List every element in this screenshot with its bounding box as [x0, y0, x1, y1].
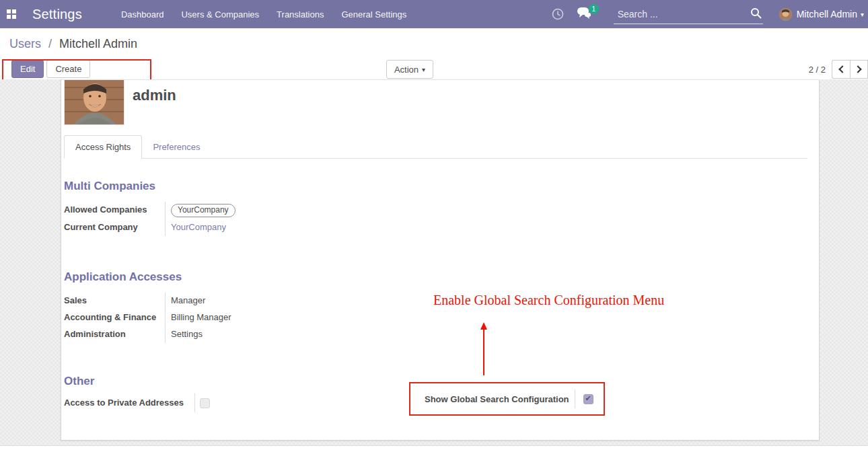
accounting-finance-value: Billing Manager: [165, 309, 231, 326]
application-accesses-group: Sales Manager Accounting & Finance Billi…: [64, 293, 231, 343]
private-addresses-checkbox[interactable]: [200, 398, 210, 408]
messages-icon[interactable]: 1: [576, 5, 596, 23]
search-icon[interactable]: [750, 7, 762, 22]
app-title[interactable]: Settings: [32, 7, 82, 22]
annotation-text: Enable Global Search Configuration Menu: [433, 293, 664, 308]
form-sheet: admin Access Rights Preferences Multi Co…: [61, 79, 820, 441]
section-heading-application-accesses: Application Accesses: [64, 270, 182, 284]
breadcrumb-current: Mitchell Admin: [59, 37, 137, 50]
notebook-tabs: Access Rights Preferences: [64, 135, 807, 159]
tab-preferences[interactable]: Preferences: [142, 136, 211, 158]
user-menu-label: Mitchell Admin: [797, 9, 857, 20]
global-search: [614, 4, 763, 24]
create-button[interactable]: Create: [46, 60, 90, 78]
private-addresses-row: Access to Private Addresses: [64, 393, 210, 412]
tab-access-rights[interactable]: Access Rights: [64, 135, 142, 159]
breadcrumb-separator: /: [48, 37, 52, 50]
menu-item-users-companies[interactable]: Users & Companies: [180, 7, 260, 22]
section-heading-other: Other: [64, 375, 94, 388]
administration-value: Settings: [165, 326, 231, 343]
current-company-link[interactable]: YourCompany: [171, 222, 226, 232]
breadcrumb: Users / Mitchell Admin: [9, 37, 137, 51]
chevron-left-icon: [838, 65, 846, 73]
user-avatar: [779, 8, 792, 21]
chevron-down-icon: ▾: [861, 11, 864, 18]
allowed-companies-label: Allowed Companies: [64, 202, 165, 219]
screen: Settings Dashboard Users & Companies Tra…: [0, 0, 868, 450]
accounting-finance-label: Accounting & Finance: [64, 309, 165, 326]
chevron-right-icon: [854, 65, 861, 73]
menu-item-general-settings[interactable]: General Settings: [340, 7, 408, 22]
multi-companies-group: Allowed Companies YourCompany Current Co…: [64, 202, 236, 236]
content-area: admin Access Rights Preferences Multi Co…: [0, 79, 868, 445]
form-buttons: Edit Create: [11, 60, 90, 78]
chevron-down-icon: ▾: [422, 66, 425, 73]
action-dropdown[interactable]: Action ▾: [386, 60, 433, 79]
sales-label: Sales: [64, 293, 165, 309]
global-search-config-checkbox[interactable]: [583, 394, 593, 404]
annotation-arrow-icon: [479, 322, 489, 379]
breadcrumb-users-link[interactable]: Users: [9, 37, 41, 50]
pager-previous-button[interactable]: [832, 60, 850, 79]
message-count-badge: 1: [589, 4, 599, 14]
field-separator: [575, 389, 575, 408]
top-navbar: Settings Dashboard Users & Companies Tra…: [0, 0, 868, 28]
annotation-box-global-search: Show Global Search Configuration: [409, 382, 605, 416]
field-separator: [194, 393, 195, 412]
menu-item-dashboard[interactable]: Dashboard: [120, 7, 166, 22]
section-heading-multi-companies: Multi Companies: [64, 180, 155, 193]
allowed-companies-tag[interactable]: YourCompany: [171, 204, 236, 217]
pager-value: 2 / 2: [809, 65, 826, 75]
search-input[interactable]: [614, 7, 742, 21]
global-search-config-label: Show Global Search Configuration: [425, 394, 569, 404]
edit-button[interactable]: Edit: [11, 60, 44, 78]
user-avatar-image: [64, 80, 124, 125]
action-dropdown-label: Action: [394, 65, 419, 75]
control-panel: Users / Mitchell Admin Edit Create Actio…: [0, 28, 868, 79]
private-addresses-label: Access to Private Addresses: [64, 397, 194, 410]
pager-next-button[interactable]: [850, 60, 868, 79]
pager: 2 / 2: [809, 60, 868, 79]
apps-menu-icon[interactable]: [7, 9, 16, 19]
sales-value: Manager: [165, 293, 231, 309]
main-menu: Dashboard Users & Companies Translations…: [120, 7, 408, 22]
record-title: admin: [133, 87, 176, 104]
user-menu[interactable]: Mitchell Admin ▾: [779, 8, 864, 21]
bottom-bar: [0, 445, 868, 450]
navbar-systray: 1: [549, 0, 864, 28]
menu-item-translations[interactable]: Translations: [275, 7, 325, 22]
current-company-label: Current Company: [64, 219, 165, 236]
administration-label: Administration: [64, 326, 165, 343]
activities-clock-icon[interactable]: [549, 5, 567, 23]
